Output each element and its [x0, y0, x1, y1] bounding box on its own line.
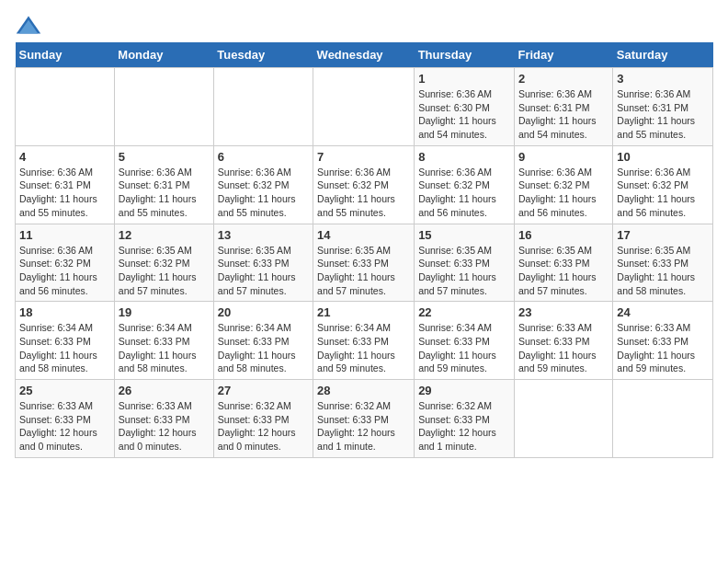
day-info: Sunrise: 6:32 AM Sunset: 6:33 PM Dayligh… — [218, 399, 309, 454]
day-info: Sunrise: 6:36 AM Sunset: 6:31 PM Dayligh… — [617, 87, 709, 142]
day-info: Sunrise: 6:36 AM Sunset: 6:32 PM Dayligh… — [617, 166, 709, 220]
calendar-cell: 2Sunrise: 6:36 AM Sunset: 6:31 PM Daylig… — [514, 68, 612, 146]
calendar-cell — [613, 380, 713, 458]
calendar-cell: 20Sunrise: 6:34 AM Sunset: 6:33 PM Dayli… — [213, 302, 313, 380]
day-info: Sunrise: 6:36 AM Sunset: 6:31 PM Dayligh… — [119, 166, 210, 220]
calendar-cell: 3Sunrise: 6:36 AM Sunset: 6:31 PM Daylig… — [613, 68, 713, 146]
day-number: 11 — [19, 228, 110, 242]
day-info: Sunrise: 6:36 AM Sunset: 6:32 PM Dayligh… — [518, 166, 609, 220]
day-info: Sunrise: 6:35 AM Sunset: 6:33 PM Dayligh… — [518, 244, 609, 298]
weekday-header: Wednesday — [313, 42, 415, 68]
day-info: Sunrise: 6:36 AM Sunset: 6:32 PM Dayligh… — [418, 166, 510, 220]
day-info: Sunrise: 6:35 AM Sunset: 6:33 PM Dayligh… — [617, 244, 709, 298]
day-number: 18 — [19, 305, 110, 319]
calendar-cell: 1Sunrise: 6:36 AM Sunset: 6:30 PM Daylig… — [415, 68, 515, 146]
day-info: Sunrise: 6:35 AM Sunset: 6:32 PM Dayligh… — [119, 244, 210, 298]
calendar-cell: 11Sunrise: 6:36 AM Sunset: 6:32 PM Dayli… — [16, 224, 115, 302]
weekday-header: Sunday — [16, 42, 115, 68]
day-number: 14 — [317, 228, 410, 242]
calendar-cell: 17Sunrise: 6:35 AM Sunset: 6:33 PM Dayli… — [613, 224, 713, 302]
day-info: Sunrise: 6:36 AM Sunset: 6:32 PM Dayligh… — [317, 166, 410, 220]
day-number: 26 — [119, 384, 210, 397]
day-info: Sunrise: 6:36 AM Sunset: 6:30 PM Dayligh… — [418, 87, 510, 142]
calendar-cell: 22Sunrise: 6:34 AM Sunset: 6:33 PM Dayli… — [415, 302, 515, 380]
calendar-cell: 29Sunrise: 6:32 AM Sunset: 6:33 PM Dayli… — [415, 380, 515, 458]
day-info: Sunrise: 6:36 AM Sunset: 6:32 PM Dayligh… — [19, 244, 110, 298]
page-header — [15, 15, 713, 35]
calendar-cell: 25Sunrise: 6:33 AM Sunset: 6:33 PM Dayli… — [16, 380, 115, 458]
calendar-cell: 6Sunrise: 6:36 AM Sunset: 6:32 PM Daylig… — [213, 145, 313, 224]
logo — [15, 15, 46, 35]
day-number: 8 — [418, 150, 510, 164]
calendar-cell: 26Sunrise: 6:33 AM Sunset: 6:33 PM Dayli… — [114, 380, 213, 458]
day-number: 28 — [317, 384, 410, 397]
day-number: 9 — [518, 150, 609, 164]
day-info: Sunrise: 6:32 AM Sunset: 6:33 PM Dayligh… — [317, 399, 410, 454]
day-info: Sunrise: 6:35 AM Sunset: 6:33 PM Dayligh… — [317, 244, 410, 298]
day-number: 2 — [518, 72, 609, 86]
day-info: Sunrise: 6:34 AM Sunset: 6:33 PM Dayligh… — [218, 321, 309, 375]
calendar-cell: 16Sunrise: 6:35 AM Sunset: 6:33 PM Dayli… — [514, 224, 612, 302]
day-number: 5 — [119, 150, 210, 164]
day-info: Sunrise: 6:35 AM Sunset: 6:33 PM Dayligh… — [218, 244, 309, 298]
day-number: 1 — [418, 72, 510, 86]
calendar-cell: 4Sunrise: 6:36 AM Sunset: 6:31 PM Daylig… — [16, 145, 115, 224]
day-number: 25 — [19, 384, 110, 397]
day-number: 12 — [119, 228, 210, 242]
calendar-cell: 7Sunrise: 6:36 AM Sunset: 6:32 PM Daylig… — [313, 145, 415, 224]
calendar-cell — [514, 380, 612, 458]
day-info: Sunrise: 6:32 AM Sunset: 6:33 PM Dayligh… — [418, 399, 510, 454]
calendar-cell: 9Sunrise: 6:36 AM Sunset: 6:32 PM Daylig… — [514, 145, 612, 224]
day-number: 27 — [218, 384, 309, 397]
calendar-cell — [313, 68, 415, 146]
day-info: Sunrise: 6:34 AM Sunset: 6:33 PM Dayligh… — [418, 321, 510, 375]
weekday-header: Friday — [514, 42, 612, 68]
calendar-cell — [213, 68, 313, 146]
day-info: Sunrise: 6:33 AM Sunset: 6:33 PM Dayligh… — [19, 399, 110, 454]
weekday-header: Saturday — [613, 42, 713, 68]
day-info: Sunrise: 6:36 AM Sunset: 6:32 PM Dayligh… — [218, 166, 309, 220]
day-number: 10 — [617, 150, 709, 164]
day-number: 24 — [617, 305, 709, 319]
day-number: 23 — [518, 305, 609, 319]
calendar-table: SundayMondayTuesdayWednesdayThursdayFrid… — [15, 42, 713, 458]
day-number: 17 — [617, 228, 709, 242]
day-number: 15 — [418, 228, 510, 242]
day-info: Sunrise: 6:33 AM Sunset: 6:33 PM Dayligh… — [119, 399, 210, 454]
calendar-cell: 19Sunrise: 6:34 AM Sunset: 6:33 PM Dayli… — [114, 302, 213, 380]
calendar-cell: 12Sunrise: 6:35 AM Sunset: 6:32 PM Dayli… — [114, 224, 213, 302]
calendar-cell: 13Sunrise: 6:35 AM Sunset: 6:33 PM Dayli… — [213, 224, 313, 302]
calendar-cell: 24Sunrise: 6:33 AM Sunset: 6:33 PM Dayli… — [613, 302, 713, 380]
day-info: Sunrise: 6:36 AM Sunset: 6:31 PM Dayligh… — [19, 166, 110, 220]
day-number: 19 — [119, 305, 210, 319]
calendar-cell: 23Sunrise: 6:33 AM Sunset: 6:33 PM Dayli… — [514, 302, 612, 380]
day-info: Sunrise: 6:35 AM Sunset: 6:33 PM Dayligh… — [418, 244, 510, 298]
calendar-cell: 18Sunrise: 6:34 AM Sunset: 6:33 PM Dayli… — [16, 302, 115, 380]
day-number: 4 — [19, 150, 110, 164]
day-info: Sunrise: 6:33 AM Sunset: 6:33 PM Dayligh… — [617, 321, 709, 375]
weekday-header: Tuesday — [213, 42, 313, 68]
day-number: 22 — [418, 305, 510, 319]
day-number: 20 — [218, 305, 309, 319]
day-info: Sunrise: 6:34 AM Sunset: 6:33 PM Dayligh… — [317, 321, 410, 375]
weekday-header: Thursday — [415, 42, 515, 68]
calendar-cell: 5Sunrise: 6:36 AM Sunset: 6:31 PM Daylig… — [114, 145, 213, 224]
day-number: 7 — [317, 150, 410, 164]
calendar-cell: 28Sunrise: 6:32 AM Sunset: 6:33 PM Dayli… — [313, 380, 415, 458]
day-number: 13 — [218, 228, 309, 242]
calendar-cell: 27Sunrise: 6:32 AM Sunset: 6:33 PM Dayli… — [213, 380, 313, 458]
day-number: 6 — [218, 150, 309, 164]
logo-icon — [15, 15, 42, 35]
calendar-cell: 21Sunrise: 6:34 AM Sunset: 6:33 PM Dayli… — [313, 302, 415, 380]
day-info: Sunrise: 6:34 AM Sunset: 6:33 PM Dayligh… — [119, 321, 210, 375]
day-number: 16 — [518, 228, 609, 242]
day-info: Sunrise: 6:34 AM Sunset: 6:33 PM Dayligh… — [19, 321, 110, 375]
day-number: 21 — [317, 305, 410, 319]
calendar-cell — [16, 68, 115, 146]
weekday-header: Monday — [114, 42, 213, 68]
day-number: 29 — [418, 384, 510, 397]
calendar-cell: 15Sunrise: 6:35 AM Sunset: 6:33 PM Dayli… — [415, 224, 515, 302]
day-info: Sunrise: 6:36 AM Sunset: 6:31 PM Dayligh… — [518, 87, 609, 142]
day-info: Sunrise: 6:33 AM Sunset: 6:33 PM Dayligh… — [518, 321, 609, 375]
calendar-cell: 14Sunrise: 6:35 AM Sunset: 6:33 PM Dayli… — [313, 224, 415, 302]
